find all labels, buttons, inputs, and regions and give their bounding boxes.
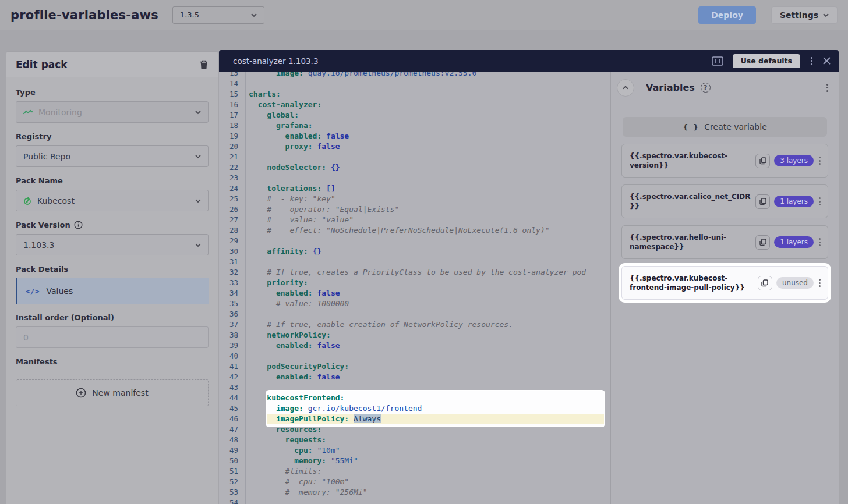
line-content: resources: [245,424,321,435]
trash-icon [199,59,209,70]
deploy-button[interactable]: Deploy [698,6,756,24]
line-content: imagePullPolicy: Always [245,414,381,424]
type-select[interactable]: Monitoring [16,101,209,123]
code-line[interactable]: 52 # cpu: "100m" [219,477,610,487]
collapse-panel-button[interactable] [617,79,634,97]
code-line[interactable]: 28 # effect: "NoSchedule|PreferNoSchedul… [219,225,610,236]
variables-panel: Variables ? { } Create variable {{.spect… [610,72,839,504]
code-scroll-area[interactable]: 13 image: quay.io/prometheus/prometheus:… [219,72,610,504]
line-content: global: [245,110,299,120]
code-line[interactable]: 17 global: [219,110,610,120]
code-line[interactable]: 32 # If true, creates a PriorityClass to… [219,267,610,278]
code-line[interactable]: 14 [219,79,610,89]
diff-view-icon[interactable] [712,56,723,66]
code-line[interactable]: 48 requests: [219,435,610,445]
code-line[interactable]: 43 [219,382,610,393]
code-line[interactable]: 21 [219,152,610,162]
profile-version-value: 1.3.5 [180,10,199,19]
code-line[interactable]: 53 # memory: "256Mi" [219,487,610,498]
code-line[interactable]: 31 [219,257,610,267]
chevron-down-icon [195,154,201,159]
line-number: 16 [219,100,245,110]
editor-more-menu[interactable] [810,56,814,66]
code-line[interactable]: 54 [219,498,610,504]
line-content: tolerations: [] [245,183,335,194]
code-line[interactable]: 47 resources: [219,424,610,435]
pack-details-values-tab[interactable]: </> Values [16,278,209,304]
code-line[interactable]: 23 [219,173,610,183]
code-line[interactable]: 24 tolerations: [] [219,183,610,194]
close-icon[interactable] [823,57,831,65]
line-content: podSecurityPolicy: [245,361,349,372]
use-defaults-button[interactable]: Use defaults [733,54,800,68]
install-order-input[interactable] [16,326,209,348]
code-line[interactable]: 15charts: [219,89,610,100]
code-line[interactable]: 37 # If true, enable creation of Network… [219,320,610,330]
delete-pack-button[interactable] [199,59,209,70]
code-line[interactable]: 20 proxy: false [219,141,610,152]
code-line[interactable]: 45 image: gcr.io/kubecost1/frontend [219,403,610,414]
code-line[interactable]: 40 [219,351,610,361]
variable-more-menu[interactable] [818,278,822,288]
help-icon[interactable]: ? [701,83,711,93]
settings-button[interactable]: Settings [771,6,838,24]
code-line[interactable]: 44 kubecostFrontend: [219,393,610,403]
variable-row[interactable]: {{.spectro.var.kubecost-frontend-image-p… [621,266,828,300]
line-number: 23 [219,173,245,183]
copy-icon[interactable] [755,235,770,250]
code-line[interactable]: 36 [219,309,610,320]
code-line[interactable]: 51 #limits: [219,466,610,477]
code-line[interactable]: 33 priority: [219,278,610,288]
line-content: # operator: "Equal|Exists" [245,204,399,215]
line-number: 31 [219,257,245,267]
code-line[interactable]: 30 affinity: {} [219,246,610,257]
code-line[interactable]: 42 enabled: false [219,372,610,382]
code-line[interactable]: 19 enabled: false [219,131,610,141]
create-variable-button[interactable]: { } Create variable [623,117,827,137]
variable-more-menu[interactable] [818,196,822,207]
manifests-label: Manifests [16,357,209,366]
code-line[interactable]: 41 podSecurityPolicy: [219,361,610,372]
pack-version-select[interactable]: 1.103.3 [16,234,209,255]
code-line[interactable]: 49 cpu: "10m" [219,445,610,456]
line-content: networkPolicy: [245,330,331,340]
copy-icon[interactable] [755,154,770,168]
line-content: enabled: false [245,288,340,299]
line-number: 49 [219,445,245,456]
line-content [245,173,249,183]
code-line[interactable]: 26 # operator: "Equal|Exists" [219,204,610,215]
variables-more-menu[interactable] [825,83,829,93]
variable-row[interactable]: {{.spectro.var.calico_net_CIDR}}1 layers [621,184,828,218]
pack-name-select[interactable]: Kubecost [16,190,209,211]
code-line[interactable]: 39 enabled: false [219,340,610,351]
copy-icon[interactable] [755,194,770,209]
create-variable-label: Create variable [704,122,766,132]
code-line[interactable]: 25 # - key: "key" [219,194,610,204]
new-manifest-button[interactable]: New manifest [16,379,209,406]
variable-row[interactable]: {{.spectro.var.hello-uni-namespace}}1 la… [621,225,828,259]
code-line[interactable]: 18 grafana: [219,120,610,131]
code-line[interactable]: 35 # value: 1000000 [219,299,610,309]
code-line[interactable]: 50 memory: "55Mi" [219,456,610,466]
code-line[interactable]: 16 cost-analyzer: [219,100,610,110]
code-line[interactable]: 22 nodeSelector: {} [219,162,610,173]
settings-label: Settings [780,10,818,20]
code-line[interactable]: 13 image: quay.io/prometheus/prometheus:… [219,72,610,79]
code-line[interactable]: 34 enabled: false [219,288,610,299]
line-number: 28 [219,225,245,236]
profile-version-select[interactable]: 1.3.5 [172,6,264,24]
code-line[interactable]: 38 networkPolicy: [219,330,610,340]
variable-more-menu[interactable] [818,155,822,166]
registry-select[interactable]: Public Repo [16,145,209,167]
line-content [245,498,249,504]
line-number: 48 [219,435,245,445]
variable-row[interactable]: {{.spectro.var.kubecost-version}}3 layer… [621,144,828,178]
edit-pack-title: Edit pack [16,59,68,70]
line-content: # cpu: "100m" [245,477,349,487]
code-line[interactable]: 27 # value: "value" [219,215,610,225]
code-line[interactable]: 46 imagePullPolicy: Always [219,414,610,424]
copy-icon[interactable] [758,276,772,290]
code-line[interactable]: 29 [219,236,610,246]
variable-more-menu[interactable] [818,237,822,247]
chevron-down-icon [195,242,201,248]
